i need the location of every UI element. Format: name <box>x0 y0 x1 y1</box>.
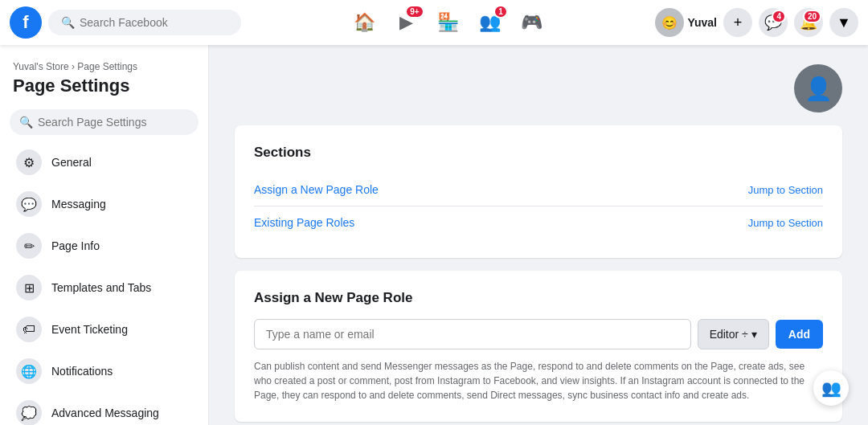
sidebar-item-advanced-messaging[interactable]: 💭 Advanced Messaging <box>3 392 205 425</box>
sidebar-item-notifications[interactable]: 🌐 Notifications <box>3 350 205 392</box>
nav-center: 🏠 ▶ 9+ 🏪 👥 1 🎮 <box>346 3 551 42</box>
sidebar-item-templates-and-tabs[interactable]: ⊞ Templates and Tabs <box>3 267 205 309</box>
notifications-btn[interactable]: 🔔 20 <box>794 8 823 37</box>
sidebar-item-label: Event Ticketing <box>51 323 128 336</box>
search-input[interactable] <box>80 16 228 29</box>
gaming-nav-btn[interactable]: 🎮 <box>513 3 551 42</box>
sections-card: Sections Assign a New Page Role Jump to … <box>235 125 842 258</box>
existing-roles-link[interactable]: Existing Page Roles <box>254 216 354 229</box>
assign-jump-link[interactable]: Jump to Section <box>748 184 823 196</box>
menu-btn[interactable]: ▼ <box>829 8 858 37</box>
sidebar-header: Yuval's Store › Page Settings Page Setti… <box>0 55 208 109</box>
floating-icon: 👥 <box>821 378 841 398</box>
assign-role-card: Assign a New Page Role Editor ÷ ▾ Add Ca… <box>235 271 842 422</box>
add-btn[interactable]: + <box>723 8 752 37</box>
groups-nav-btn[interactable]: 👥 1 <box>471 3 510 42</box>
page-settings-title: Page Settings <box>13 76 195 96</box>
existing-jump-link[interactable]: Jump to Section <box>748 217 823 229</box>
role-selector-btn[interactable]: Editor ÷ ▾ <box>698 319 769 349</box>
assign-name-email-input[interactable] <box>254 319 691 349</box>
main-layout: Yuval's Store › Page Settings Page Setti… <box>0 45 868 425</box>
chevron-down-icon: ▾ <box>751 328 757 341</box>
main-content: 👤 Sections Assign a New Page Role Jump t… <box>209 45 868 425</box>
messaging-icon: 💬 <box>16 191 42 217</box>
messenger-btn[interactable]: 💬 4 <box>759 8 788 37</box>
page-profile-avatar: 👤 <box>794 64 842 112</box>
sections-title: Sections <box>254 145 823 161</box>
sidebar-item-label: Advanced Messaging <box>51 407 159 419</box>
marketplace-nav-btn[interactable]: 🏪 <box>429 3 468 42</box>
assign-role-title: Assign a New Page Role <box>254 290 823 306</box>
event-icon: 🏷 <box>16 317 42 342</box>
sidebar-search-input[interactable] <box>38 116 189 129</box>
nav-right: 😊 Yuval + 💬 4 🔔 20 ▼ <box>655 8 858 37</box>
sidebar-item-label: Page Info <box>51 239 100 252</box>
add-role-button[interactable]: Add <box>776 320 823 349</box>
assign-row: Editor ÷ ▾ Add <box>254 319 823 349</box>
watch-badge: 9+ <box>405 5 424 18</box>
top-profile-area: 👤 <box>235 64 842 112</box>
user-avatar: 😊 <box>655 8 684 37</box>
notifications-badge: 20 <box>803 10 821 23</box>
facebook-logo[interactable]: f <box>10 6 42 39</box>
search-icon: 🔍 <box>61 16 75 29</box>
sidebar-item-label: Messaging <box>51 198 106 210</box>
sidebar: Yuval's Store › Page Settings Page Setti… <box>0 45 209 425</box>
section-row-assign: Assign a New Page Role Jump to Section <box>254 174 823 206</box>
floating-action-button[interactable]: 👥 <box>813 370 849 406</box>
assign-new-role-link[interactable]: Assign a New Page Role <box>254 183 379 196</box>
sidebar-item-general[interactable]: ⚙ General <box>3 141 205 183</box>
sidebar-item-label: Notifications <box>51 365 113 378</box>
section-row-existing: Existing Page Roles Jump to Section <box>254 206 823 239</box>
sidebar-item-event-ticketing[interactable]: 🏷 Event Ticketing <box>3 309 205 350</box>
breadcrumb: Yuval's Store › Page Settings <box>13 61 195 72</box>
watch-nav-btn[interactable]: ▶ 9+ <box>387 3 426 42</box>
messenger-badge: 4 <box>772 10 786 23</box>
sidebar-item-messaging[interactable]: 💬 Messaging <box>3 183 205 225</box>
groups-badge: 1 <box>493 5 508 18</box>
sidebar-item-label: Templates and Tabs <box>51 281 151 294</box>
top-navigation: f 🔍 🏠 ▶ 9+ 🏪 👥 1 🎮 😊 Yuval + 💬 4 🔔 <box>0 0 868 45</box>
role-label: Editor ÷ <box>710 328 748 341</box>
sidebar-search[interactable]: 🔍 <box>10 109 199 135</box>
nav-left: f 🔍 <box>10 6 241 39</box>
global-search[interactable]: 🔍 <box>48 10 241 35</box>
permission-description: Can publish content and send Messenger m… <box>254 359 823 403</box>
sidebar-search-icon: 🔍 <box>19 116 33 129</box>
user-name: Yuval <box>687 16 717 29</box>
sidebar-item-label: General <box>51 156 92 169</box>
templates-icon: ⊞ <box>16 275 42 300</box>
notifications-icon: 🌐 <box>16 358 42 384</box>
advanced-messaging-icon: 💭 <box>16 400 42 425</box>
home-nav-btn[interactable]: 🏠 <box>346 3 384 42</box>
page-info-icon: ✏ <box>16 233 42 259</box>
sidebar-item-page-info[interactable]: ✏ Page Info <box>3 225 205 267</box>
general-icon: ⚙ <box>16 149 42 175</box>
